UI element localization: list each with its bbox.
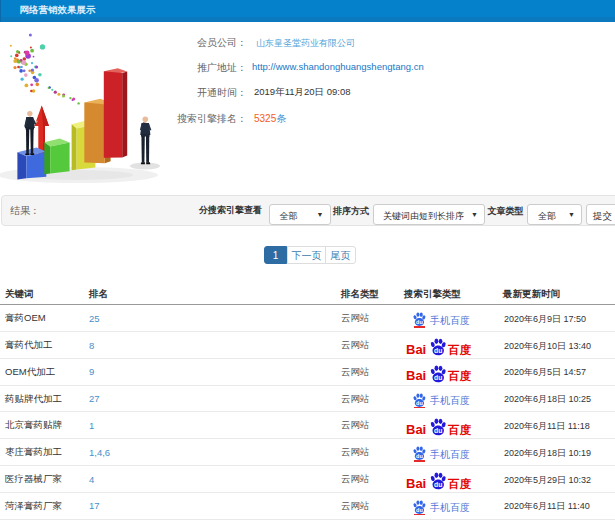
svg-text:du: du <box>416 319 423 325</box>
svg-text:du: du <box>434 481 442 488</box>
svg-text:du: du <box>434 347 442 354</box>
svg-text:du: du <box>416 507 423 513</box>
svg-text:du: du <box>434 428 442 435</box>
svg-text:du: du <box>434 374 442 381</box>
svg-text:du: du <box>416 453 423 459</box>
svg-text:du: du <box>416 400 423 406</box>
